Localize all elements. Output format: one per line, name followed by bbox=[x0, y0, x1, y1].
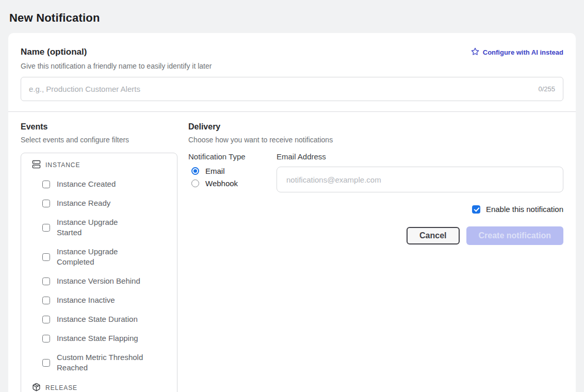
events-heading: Events bbox=[21, 122, 177, 132]
name-input[interactable] bbox=[29, 85, 532, 93]
email-input-wrap bbox=[277, 167, 563, 192]
create-notification-button[interactable]: Create notification bbox=[466, 226, 563, 245]
event-label: Instance Created bbox=[57, 179, 116, 189]
event-group-label: RELEASE bbox=[45, 384, 77, 391]
radio-row-email[interactable]: Email bbox=[188, 167, 277, 175]
event-row[interactable]: Instance State Duration bbox=[28, 314, 170, 324]
email-address-label: Email Address bbox=[277, 152, 563, 161]
event-row[interactable]: Instance Upgrade Started bbox=[28, 217, 170, 238]
delivery-heading: Delivery bbox=[188, 122, 563, 132]
notification-type-group: Notification Type Email Webhook bbox=[188, 152, 277, 192]
event-label: Instance Upgrade Completed bbox=[57, 247, 144, 267]
events-column: Events Select events and configure filte… bbox=[21, 122, 177, 392]
event-checkbox[interactable] bbox=[42, 277, 50, 285]
name-section-header: Name (optional) Configure with AI instea… bbox=[21, 47, 563, 57]
event-row[interactable]: Instance Upgrade Completed bbox=[28, 247, 170, 267]
new-notification-card: Name (optional) Configure with AI instea… bbox=[8, 33, 576, 392]
package-icon bbox=[32, 383, 41, 392]
delivery-description: Choose how you want to receive notificat… bbox=[188, 136, 563, 144]
event-checkbox[interactable] bbox=[42, 335, 50, 342]
event-group-release: RELEASE bbox=[28, 383, 170, 392]
event-row[interactable]: Custom Metric Threshold Reached bbox=[28, 352, 170, 373]
events-delivery-columns: Events Select events and configure filte… bbox=[21, 112, 563, 392]
event-row[interactable]: Instance Ready bbox=[28, 198, 170, 208]
event-checkbox[interactable] bbox=[42, 224, 50, 232]
event-checkbox[interactable] bbox=[42, 297, 50, 304]
event-checkbox[interactable] bbox=[42, 200, 50, 207]
enable-notification-label: Enable this notification bbox=[486, 205, 563, 214]
email-address-group: Email Address bbox=[277, 152, 563, 192]
event-label: Instance State Flapping bbox=[57, 333, 138, 344]
server-icon bbox=[32, 160, 41, 170]
email-radio[interactable] bbox=[191, 167, 199, 175]
event-row[interactable]: Instance Created bbox=[28, 179, 170, 189]
event-label: Instance Version Behind bbox=[57, 276, 140, 286]
email-address-input[interactable] bbox=[286, 175, 554, 184]
event-label: Custom Metric Threshold Reached bbox=[57, 352, 144, 373]
name-input-wrap: 0/255 bbox=[21, 77, 563, 101]
delivery-column: Delivery Choose how you want to receive … bbox=[188, 122, 563, 392]
events-panel: INSTANCE Instance Created Instance Ready… bbox=[21, 153, 177, 392]
configure-with-ai-link[interactable]: Configure with AI instead bbox=[471, 47, 563, 57]
enable-notification-row[interactable]: Enable this notification bbox=[188, 205, 563, 214]
enable-notification-checkbox[interactable] bbox=[472, 205, 480, 214]
webhook-radio[interactable] bbox=[191, 179, 199, 187]
event-group-instance: INSTANCE bbox=[28, 160, 170, 170]
event-group-label: INSTANCE bbox=[45, 161, 80, 169]
event-row[interactable]: Instance Inactive bbox=[28, 295, 170, 305]
event-label: Instance State Duration bbox=[57, 314, 138, 324]
notification-type-label: Notification Type bbox=[188, 152, 277, 161]
event-label: Instance Upgrade Started bbox=[57, 217, 144, 238]
event-label: Instance Inactive bbox=[57, 295, 115, 305]
delivery-fields: Notification Type Email Webhook Email Ad… bbox=[188, 152, 563, 192]
events-description: Select events and configure filters bbox=[21, 136, 177, 144]
event-label: Instance Ready bbox=[57, 198, 110, 208]
page-title: New Notification bbox=[8, 0, 576, 33]
event-checkbox[interactable] bbox=[42, 316, 50, 323]
form-actions: Cancel Create notification bbox=[188, 226, 563, 245]
radio-row-webhook[interactable]: Webhook bbox=[188, 179, 277, 188]
webhook-radio-label: Webhook bbox=[205, 179, 238, 188]
event-checkbox[interactable] bbox=[42, 359, 50, 367]
name-section-description: Give this notification a friendly name t… bbox=[21, 62, 563, 70]
cancel-button[interactable]: Cancel bbox=[407, 227, 459, 244]
email-radio-label: Email bbox=[205, 167, 225, 175]
event-checkbox[interactable] bbox=[42, 181, 50, 188]
event-row[interactable]: Instance State Flapping bbox=[28, 333, 170, 344]
new-notification-page: New Notification Name (optional) Configu… bbox=[0, 0, 584, 392]
char-counter: 0/255 bbox=[538, 85, 555, 93]
configure-with-ai-label: Configure with AI instead bbox=[483, 48, 563, 56]
name-section-heading: Name (optional) bbox=[21, 47, 87, 57]
star-icon bbox=[471, 47, 479, 57]
event-checkbox[interactable] bbox=[42, 253, 50, 261]
event-row[interactable]: Instance Version Behind bbox=[28, 276, 170, 286]
